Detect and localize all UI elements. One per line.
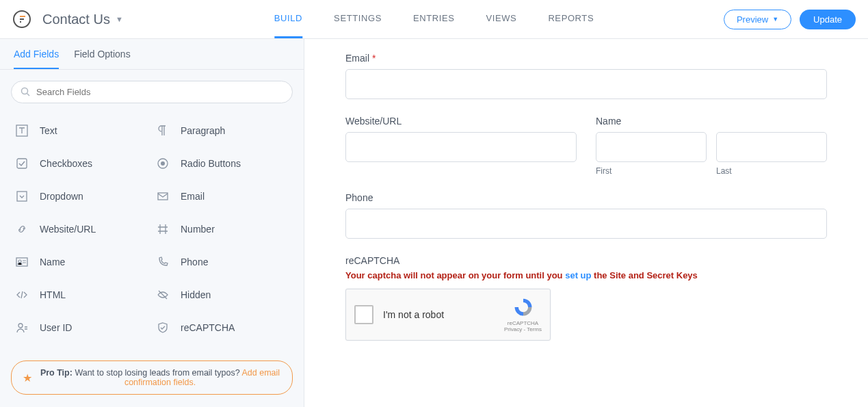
body: Add Fields Field Options Text Paragraph …	[0, 39, 868, 407]
svg-rect-7	[17, 159, 27, 168]
field-radio[interactable]: Radio Buttons	[152, 147, 293, 180]
field-email[interactable]: Email	[152, 180, 293, 213]
radio-icon	[156, 157, 170, 170]
header-actions: Preview ▼ Update	[724, 10, 856, 29]
recaptcha-widget[interactable]: I'm not a robot reCAPTCHA Privacy - Term…	[345, 289, 551, 341]
first-name-input[interactable]	[596, 132, 707, 162]
sidebar-tab-field-options[interactable]: Field Options	[74, 49, 130, 69]
form-name-dropdown[interactable]: Contact Us ▼	[42, 12, 123, 27]
field-hidden[interactable]: Hidden	[152, 278, 293, 311]
field-url[interactable]: Website/URL	[11, 213, 152, 246]
first-sublabel: First	[596, 166, 707, 176]
star-icon: ★	[23, 371, 32, 384]
dropdown-icon	[15, 189, 29, 203]
field-name[interactable]: Name First Last	[596, 116, 827, 176]
tab-build[interactable]: BUILD	[274, 0, 302, 38]
form-name: Contact Us	[42, 12, 110, 27]
header: Contact Us ▼ BUILD SETTINGS ENTRIES VIEW…	[0, 0, 868, 39]
email-icon	[156, 189, 170, 203]
preview-button[interactable]: Preview ▼	[724, 10, 791, 29]
svg-point-9	[161, 161, 165, 166]
tab-settings[interactable]: SETTINGS	[334, 0, 382, 38]
field-number[interactable]: Number	[152, 213, 293, 246]
tab-views[interactable]: VIEWS	[486, 0, 516, 38]
field-dropdown[interactable]: Dropdown	[11, 180, 152, 213]
number-icon	[156, 222, 170, 236]
recaptcha-label: reCAPTCHA	[345, 255, 827, 266]
svg-rect-3	[20, 21, 21, 23]
update-button[interactable]: Update	[800, 10, 856, 29]
website-input[interactable]	[345, 132, 577, 162]
svg-rect-1	[20, 16, 25, 17]
field-checkboxes[interactable]: Checkboxes	[11, 147, 152, 180]
name-icon	[15, 255, 29, 269]
main-tabs: BUILD SETTINGS ENTRIES VIEWS REPORTS	[274, 0, 594, 38]
field-phone[interactable]: Phone	[152, 246, 293, 278]
svg-rect-11	[158, 193, 168, 200]
svg-rect-12	[16, 258, 27, 266]
paragraph-icon	[156, 124, 170, 137]
field-email[interactable]: Email *	[345, 53, 827, 99]
recaptcha-checkbox[interactable]	[354, 305, 373, 324]
recaptcha-icon	[511, 297, 536, 319]
tab-entries[interactable]: ENTRIES	[413, 0, 455, 38]
field-recaptcha[interactable]: reCAPTCHA	[152, 311, 293, 344]
phone-icon	[156, 255, 170, 269]
field-html[interactable]: HTML	[11, 278, 152, 311]
field-name[interactable]: Name	[11, 246, 152, 278]
website-label: Website/URL	[345, 116, 577, 127]
field-phone[interactable]: Phone	[345, 192, 827, 239]
hidden-icon	[156, 288, 170, 302]
last-name-input[interactable]	[716, 132, 827, 162]
caret-down-icon: ▼	[116, 15, 123, 23]
field-website[interactable]: Website/URL	[345, 116, 577, 176]
shield-icon	[156, 321, 170, 334]
phone-input[interactable]	[345, 209, 827, 239]
svg-rect-2	[20, 18, 24, 20]
recaptcha-warning: Your captcha will not appear on your for…	[345, 270, 827, 280]
sidebar: Add Fields Field Options Text Paragraph …	[0, 39, 304, 407]
field-userid[interactable]: User ID	[11, 311, 152, 344]
email-label: Email *	[345, 53, 827, 64]
recaptcha-text: I'm not a robot	[383, 309, 495, 320]
svg-point-13	[18, 260, 21, 263]
tab-reports[interactable]: REPORTS	[548, 0, 594, 38]
field-paragraph[interactable]: Paragraph	[152, 114, 293, 147]
sidebar-tabs: Add Fields Field Options	[0, 39, 304, 70]
svg-rect-10	[17, 192, 27, 201]
last-sublabel: Last	[716, 166, 827, 176]
search-icon	[21, 87, 30, 96]
pro-tip: ★ Pro Tip: Want to stop losing leads fro…	[11, 360, 293, 395]
fields-grid: Text Paragraph Checkboxes Radio Buttons …	[0, 109, 304, 350]
app-logo[interactable]	[12, 10, 31, 29]
checkbox-icon	[15, 157, 29, 170]
sidebar-tab-add-fields[interactable]: Add Fields	[14, 49, 59, 69]
setup-link[interactable]: set up	[565, 270, 591, 280]
svg-point-4	[22, 88, 28, 94]
search-input[interactable]	[11, 81, 293, 103]
phone-label: Phone	[345, 192, 827, 203]
svg-line-5	[27, 94, 30, 96]
name-label: Name	[596, 116, 827, 127]
form-canvas: Email * Website/URL Name First	[304, 39, 868, 407]
url-icon	[15, 222, 29, 236]
svg-point-14	[18, 324, 23, 328]
search-wrap	[0, 70, 304, 109]
email-input[interactable]	[345, 69, 827, 99]
field-text[interactable]: Text	[11, 114, 152, 147]
text-icon	[15, 124, 29, 137]
recaptcha-brand: reCAPTCHA Privacy - Terms	[504, 297, 542, 332]
userid-icon	[15, 321, 29, 334]
html-icon	[15, 288, 29, 302]
caret-down-icon: ▼	[772, 16, 778, 23]
